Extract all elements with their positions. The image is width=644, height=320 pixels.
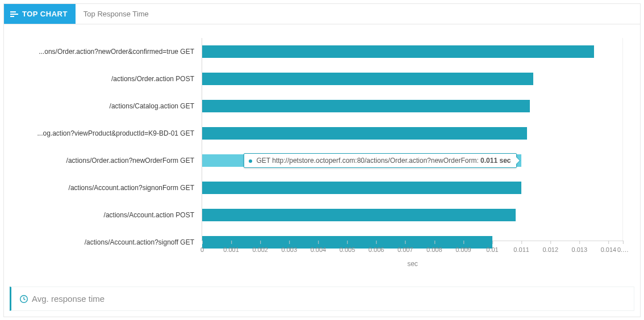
x-tick: 0.013 xyxy=(572,241,588,253)
x-tick: 0.001 xyxy=(223,241,239,253)
legend-row[interactable]: Avg. response time xyxy=(10,287,634,311)
clock-icon xyxy=(19,294,28,304)
bar-row: /actions/Account.action POST xyxy=(202,201,623,229)
x-tick: 0.014 xyxy=(601,241,617,253)
x-tick: 0.005 xyxy=(340,241,356,253)
bar-label: /actions/Account.action?signonForm GET xyxy=(12,184,194,192)
bar-label: /actions/Account.action POST xyxy=(12,211,194,219)
x-tick: 0.011 xyxy=(513,241,529,253)
bar-row: /actions/Order.action POST xyxy=(202,65,623,92)
legend-label: Avg. response time xyxy=(32,294,104,304)
bar[interactable] xyxy=(202,45,594,58)
bar-label: /actions/Catalog.action GET xyxy=(12,102,194,110)
x-tick: 0.009 xyxy=(455,241,471,253)
x-tick: 0.007 xyxy=(398,241,413,253)
bar-row: /actions/Order.action?newOrderForm GET xyxy=(202,147,623,174)
bar[interactable] xyxy=(202,127,527,140)
svg-rect-1 xyxy=(10,14,18,15)
top-chart-badge: TOP CHART xyxy=(4,4,76,24)
bar-label: /actions/Order.action POST xyxy=(12,75,194,83)
x-tick: 0.006 xyxy=(369,241,384,253)
svg-rect-2 xyxy=(10,16,14,17)
panel-title: Top Response Time xyxy=(76,4,157,24)
bar[interactable] xyxy=(202,154,521,167)
x-axis-ticks: 00.0010.0020.0030.0040.0050.0060.0070.00… xyxy=(202,241,623,258)
bar-label: ...og.action?viewProduct&productId=K9-BD… xyxy=(12,129,194,137)
bar-row: /actions/Account.action?signonForm GET xyxy=(202,174,623,201)
x-tick: 0.008 xyxy=(426,241,442,253)
chart-area: ...ons/Order.action?newOrder&confirmed=t… xyxy=(4,24,640,287)
bar-row: ...og.action?viewProduct&productId=K9-BD… xyxy=(202,120,623,147)
x-tick-overflow: 0.… xyxy=(617,241,629,253)
x-tick: 0.012 xyxy=(542,241,558,253)
bar-label: ...ons/Order.action?newOrder&confirmed=t… xyxy=(12,48,194,56)
bar[interactable] xyxy=(202,182,521,194)
bar-chart-icon xyxy=(10,10,19,19)
x-tick: 0.004 xyxy=(311,241,327,253)
panel-header: TOP CHART Top Response Time xyxy=(4,4,640,24)
svg-rect-0 xyxy=(10,11,16,12)
bar[interactable] xyxy=(202,209,516,221)
x-tick: 0.01 xyxy=(486,241,498,253)
bar-label: /actions/Account.action?signoff GET xyxy=(12,238,194,246)
bar-row: ...ons/Order.action?newOrder&confirmed=t… xyxy=(202,38,623,65)
top-chart-panel: TOP CHART Top Response Time ...ons/Order… xyxy=(3,3,641,317)
bar-label: /actions/Order.action?newOrderForm GET xyxy=(12,157,194,165)
plot[interactable]: ...ons/Order.action?newOrder&confirmed=t… xyxy=(202,38,623,241)
bar[interactable] xyxy=(202,73,533,85)
x-tick: 0.003 xyxy=(282,241,298,253)
x-tick: 0.002 xyxy=(252,241,268,253)
bar-row: /actions/Catalog.action GET xyxy=(202,92,623,120)
x-axis-label: sec xyxy=(407,260,418,268)
x-tick: 0 xyxy=(200,241,204,253)
top-chart-badge-label: TOP CHART xyxy=(22,10,68,18)
bar[interactable] xyxy=(202,100,530,112)
